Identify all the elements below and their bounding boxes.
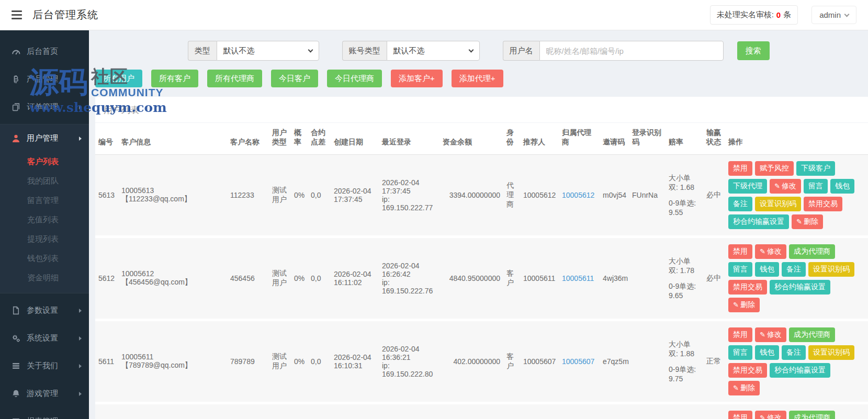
agent-link[interactable]: 10005611: [562, 274, 594, 282]
sidebar-item-label: 产品管理: [27, 74, 58, 84]
row-action-button[interactable]: 留言: [728, 345, 752, 360]
admin-dropdown[interactable]: admin: [811, 6, 856, 24]
row-action-button[interactable]: 成为代理商: [789, 411, 835, 419]
type-filter-group: 类型 默认不选: [188, 41, 319, 61]
type-filter-select[interactable]: 默认不选: [217, 41, 319, 61]
row-action-button[interactable]: 成为代理商: [789, 244, 835, 259]
row-action-button[interactable]: 禁用: [728, 411, 752, 419]
row-action-button[interactable]: 秒合约输赢设置: [770, 280, 830, 295]
table-row: 561110005611【789789@qq.com】789789测试用户0%0…: [95, 320, 868, 403]
add-customer-button[interactable]: 添加客户+: [391, 70, 443, 87]
cell-actions: 禁用✎修改成为代理商留言钱包备注设置识别码禁用交易秒合约输赢设置✎删除: [725, 320, 868, 403]
sidebar-subitem[interactable]: 提现列表: [0, 230, 89, 249]
cell-created-date: 2026-02-04 16:11:02: [331, 237, 379, 320]
all-users-button[interactable]: 所有用户: [95, 70, 142, 87]
row-action-button[interactable]: 设置识别码: [808, 345, 854, 360]
row-action-button[interactable]: 备注: [782, 345, 806, 360]
sidebar-subitem[interactable]: 客户列表: [0, 152, 89, 172]
row-action-button[interactable]: 秒合约输赢设置: [728, 214, 789, 229]
type-filter-label: 类型: [188, 41, 217, 61]
row-action-button[interactable]: 钱包: [755, 262, 779, 277]
cell-user-type: 测试用户: [269, 237, 291, 320]
user-list-panel: 用户列表 编号客户信息客户名称用户类型概率合约点差创建日期最近登录资金余额身份推…: [95, 97, 868, 419]
agent-link[interactable]: 10005607: [562, 357, 594, 366]
row-action-button[interactable]: ✎删除: [728, 381, 760, 395]
row-action-button[interactable]: 钱包: [755, 345, 779, 360]
account-type-filter-label: 账号类型: [342, 41, 387, 61]
sidebar-subitem[interactable]: 钱包列表: [0, 249, 89, 268]
row-action-button[interactable]: ✎修改: [755, 411, 786, 419]
account-type-filter-select[interactable]: 默认不选: [387, 41, 480, 61]
sidebar-item-system[interactable]: 系统设置: [0, 324, 89, 352]
bitcoin-icon: [12, 75, 20, 84]
cell-login-code: [629, 320, 666, 403]
all-agents-button[interactable]: 所有代理商: [207, 70, 262, 87]
row-action-button[interactable]: 钱包: [830, 179, 854, 194]
customer-account: 10005613: [121, 186, 224, 195]
row-action-button[interactable]: 下级客户: [796, 161, 835, 176]
cell-customer-info: 10005613【112233@qq.com】: [118, 155, 227, 237]
cell-probability: 0%: [291, 320, 308, 403]
row-action-button[interactable]: 禁用: [728, 244, 752, 259]
row-action-button[interactable]: 下级代理: [728, 179, 767, 194]
all-customers-button[interactable]: 所有客户: [151, 70, 198, 87]
row-action-button[interactable]: 备注: [728, 197, 752, 211]
username-search-input[interactable]: [539, 41, 724, 61]
today-customers-button[interactable]: 今日客户: [271, 70, 318, 87]
list-icon: [12, 417, 20, 419]
row-action-button[interactable]: 赋予风控: [755, 161, 794, 176]
sidebar-subitem[interactable]: 资金明细: [0, 268, 89, 288]
row-action-button[interactable]: 秒合约输赢设置: [770, 363, 830, 378]
sidebar-item-users[interactable]: 用户管理: [0, 124, 89, 152]
username-filter-label: 用户名: [503, 41, 539, 61]
cell-actions: 禁用✎修改成为代理商留言钱包备注设置识别码禁用交易秒合约输赢设置✎删除: [725, 237, 868, 320]
row-action-button[interactable]: 禁用: [728, 327, 752, 342]
today-agents-button[interactable]: 今日代理商: [327, 70, 382, 87]
hamburger-menu-icon[interactable]: [9, 8, 24, 21]
sidebar-subitem[interactable]: 留言管理: [0, 191, 89, 210]
row-action-button[interactable]: ✎修改: [755, 244, 786, 259]
row-action-button[interactable]: 设置识别码: [755, 197, 801, 211]
row-action-button[interactable]: ✎修改: [755, 327, 786, 342]
sidebar-item-dashboard[interactable]: 后台首页: [0, 38, 89, 65]
cell-id: 5613: [95, 155, 118, 237]
search-button[interactable]: 搜索: [737, 41, 770, 60]
cell-customer-info: 10005610【zhuzhuZHUqwer@gmail.com】: [118, 403, 227, 419]
cell-referrer: 10005607: [520, 320, 559, 403]
cell-user-type: 测试用户: [269, 155, 291, 237]
row-action-button[interactable]: 禁用交易: [728, 363, 767, 378]
cell-login-code: [629, 237, 666, 320]
row-action-button[interactable]: 禁用交易: [804, 197, 842, 211]
row-action-button[interactable]: 备注: [782, 262, 806, 277]
sidebar-item-about[interactable]: 关于我们: [0, 352, 89, 380]
sidebar-item-orders[interactable]: 订单管理: [0, 93, 89, 121]
row-action-button[interactable]: 禁用: [728, 161, 752, 176]
agent-link[interactable]: 10005612: [562, 191, 594, 199]
sidebar-item-games[interactable]: 游戏管理: [0, 380, 89, 407]
add-agent-button[interactable]: 添加代理+: [452, 70, 503, 87]
chevron-down-icon: [308, 48, 313, 53]
app-title: 后台管理系统: [32, 8, 98, 22]
cell-odds: 大小单双: 1.680-9单选: 9.55: [666, 155, 703, 237]
cell-identity: 客户: [503, 403, 520, 419]
row-action-button[interactable]: ✎修改: [770, 179, 801, 194]
row-action-button[interactable]: ✎删除: [792, 214, 823, 229]
sidebar-subitem[interactable]: 充值列表: [0, 210, 89, 230]
sidebar-item-products[interactable]: 产品管理: [0, 65, 89, 93]
pending-review-count: 0: [776, 10, 781, 19]
cell-invite-code: m0vj54: [600, 155, 629, 237]
sidebar-item-reports[interactable]: 报表管理: [0, 407, 89, 419]
row-action-button[interactable]: 留言: [804, 179, 828, 194]
row-action-button[interactable]: ✎删除: [728, 298, 760, 312]
sidebar-item-params[interactable]: 参数设置: [0, 297, 89, 324]
row-action-button[interactable]: 成为代理商: [789, 327, 835, 342]
table-row: 561210005612【456456@qq.com】456456测试用户0%0…: [95, 237, 868, 320]
row-action-button[interactable]: 禁用交易: [728, 280, 767, 295]
row-action-button[interactable]: 留言: [728, 262, 752, 277]
sidebar-subitem[interactable]: 我的团队: [0, 172, 89, 191]
bell-icon: [12, 389, 20, 398]
column-header: 资金余额: [439, 123, 503, 155]
cell-win-status: 正常: [703, 403, 725, 419]
cell-odds: 大小单双: 1.880-9单选: 9.75: [666, 320, 703, 403]
row-action-button[interactable]: 设置识别码: [808, 262, 854, 277]
